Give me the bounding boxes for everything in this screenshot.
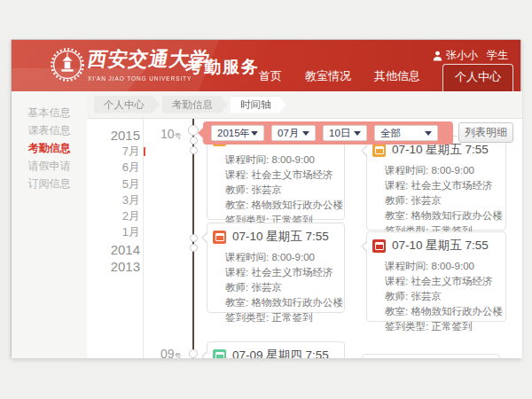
breadcrumb: 个人中心 考勤信息 时间轴 <box>87 91 522 119</box>
filter-bar: 2015年 07月 10日 全部 <box>203 121 453 145</box>
day-dropdown[interactable]: 10日 <box>323 125 367 141</box>
timeline-node <box>190 146 198 154</box>
sidebar-item-attendance-info[interactable]: 考勤信息 <box>12 139 87 157</box>
card-classroom: 教室: 格物致知行政办公楼 <box>385 304 498 319</box>
content-area: 基本信息 课表信息 考勤信息 请假申请 订阅信息 个人中心 考勤信息 时间轴 2… <box>12 91 522 358</box>
attendance-card-clipped[interactable]: 07-09 星期四 7:55 <box>207 341 345 358</box>
timeline-nav-year[interactable]: 2015 <box>87 127 140 144</box>
signin-status-icon <box>372 144 386 157</box>
attendance-card[interactable]: 07-10 星期五 7:55 课程时间: 8:00-9:00 课程: 社会主义市… <box>366 136 506 231</box>
chevron-down-icon <box>302 131 309 139</box>
card-teacher: 教师: 张芸京 <box>385 289 498 304</box>
sidebar-item-basic-info[interactable]: 基本信息 <box>12 104 87 121</box>
attendance-app-window: 西安交通大学 XI'AN JIAO TONG UNIVERSITY 考勤服务 张… <box>11 39 521 358</box>
card-course: 课程: 社会主义市场经济 <box>385 178 498 193</box>
sidebar-item-subscription-info[interactable]: 订阅信息 <box>12 175 87 192</box>
attendance-card[interactable]: 07-10 星期五 7:55 课程时间: 8:00-9:00 课程: 社会主义市… <box>366 231 506 322</box>
signin-status-icon <box>213 349 226 359</box>
sidebar-item-timetable-info[interactable]: 课表信息 <box>12 121 87 139</box>
card-course-time: 课程时间: 8:00-9:00 <box>385 259 498 274</box>
card-course-time: 课程时间: 8:00-9:00 <box>225 153 337 168</box>
type-dropdown[interactable]: 全部 <box>374 125 438 141</box>
attendance-card[interactable]: 07-10 星期五 7:55 课程时间: 8:00-9:00 课程: 社会主义市… <box>207 223 345 313</box>
card-date: 07-10 星期五 7:55 <box>232 229 329 245</box>
timeline-nav-month[interactable]: 2月 <box>87 208 140 224</box>
app-header: 西安交通大学 XI'AN JIAO TONG UNIVERSITY 考勤服务 张… <box>12 40 520 91</box>
nav-other-info[interactable]: 其他信息 <box>363 68 432 91</box>
breadcrumb-personal-center[interactable]: 个人中心 <box>94 97 160 113</box>
card-course: 课程: 社会主义市场经济 <box>225 168 337 183</box>
timeline-node <box>190 244 198 252</box>
nav-classroom-status[interactable]: 教室情况 <box>293 68 363 91</box>
timeline-nav-month[interactable]: 6月 <box>87 160 140 176</box>
card-date: 07-09 星期四 7:55 <box>232 348 329 358</box>
card-signin-type: 签到类型: 正常签到 <box>225 310 337 325</box>
breadcrumb-attendance-info[interactable]: 考勤信息 <box>162 97 228 113</box>
timeline-node <box>189 349 198 358</box>
card-course: 课程: 社会主义市场经济 <box>225 265 337 280</box>
sidebar: 基本信息 课表信息 考勤信息 请假申请 订阅信息 <box>12 91 87 358</box>
card-course: 课程: 社会主义市场经济 <box>385 274 498 289</box>
card-teacher: 教师: 张芸京 <box>385 193 498 208</box>
card-classroom: 教室: 格物致知行政办公楼 <box>225 295 337 310</box>
card-course-time: 课程时间: 8:00-9:00 <box>225 250 337 265</box>
person-icon <box>433 51 442 61</box>
card-teacher: 教师: 张芸京 <box>225 183 337 198</box>
day-label-10: 10号 <box>160 126 182 142</box>
timeline-nav-month[interactable]: 3月 <box>87 192 140 208</box>
timeline-nav-month[interactable]: 1月 <box>87 224 140 240</box>
timeline-nav-month[interactable]: 5月 <box>87 176 140 192</box>
timeline-node <box>190 234 198 242</box>
list-detail-button[interactable]: 列表明细 <box>458 122 513 143</box>
main-nav: 首页 教室情况 其他信息 个人中心 <box>247 64 513 91</box>
user-name: 张小小 <box>446 48 478 63</box>
breadcrumb-timeline-active[interactable]: 时间轴 <box>231 97 286 113</box>
card-classroom: 教室: 格物致知行政办公楼 <box>385 208 498 223</box>
user-info[interactable]: 张小小 学生 <box>433 48 508 63</box>
page-background: 西安交通大学 XI'AN JIAO TONG UNIVERSITY 考勤服务 张… <box>0 0 532 399</box>
card-signin-type: 签到类型: 正常签到 <box>385 319 498 334</box>
timeline-node <box>190 137 198 145</box>
nav-home[interactable]: 首页 <box>247 68 293 91</box>
months-divider-line <box>143 119 144 358</box>
timeline-nav-year[interactable]: 2013 <box>87 258 140 275</box>
attendance-card-clipped[interactable] <box>362 354 500 358</box>
month-dropdown[interactable]: 07月 <box>271 125 316 141</box>
card-course-time: 课程时间: 8:00-9:00 <box>385 163 498 178</box>
user-role: 学生 <box>487 48 508 63</box>
day-label-09: 09号 <box>160 346 182 358</box>
chevron-down-icon <box>251 131 258 139</box>
timeline-nav-month-current[interactable]: 7月 <box>87 144 140 160</box>
sidebar-item-leave-request[interactable]: 请假申请 <box>12 157 87 175</box>
timeline-year-month-nav: 2015 7月 6月 5月 3月 2月 1月 2014 2013 <box>87 127 140 275</box>
timeline-nav-year[interactable]: 2014 <box>87 241 140 258</box>
chevron-down-icon <box>354 131 361 139</box>
university-seal-icon <box>51 48 84 82</box>
card-classroom: 教室: 格物致知行政办公楼 <box>225 198 337 213</box>
signin-status-icon <box>213 231 226 244</box>
card-teacher: 教师: 张芸京 <box>225 280 337 295</box>
chevron-down-icon <box>425 131 432 139</box>
nav-personal-center-active-tab[interactable]: 个人中心 <box>442 64 513 91</box>
signin-status-icon <box>372 239 386 253</box>
year-dropdown[interactable]: 2015年 <box>211 125 264 141</box>
card-date: 07-10 星期五 7:55 <box>392 238 489 254</box>
